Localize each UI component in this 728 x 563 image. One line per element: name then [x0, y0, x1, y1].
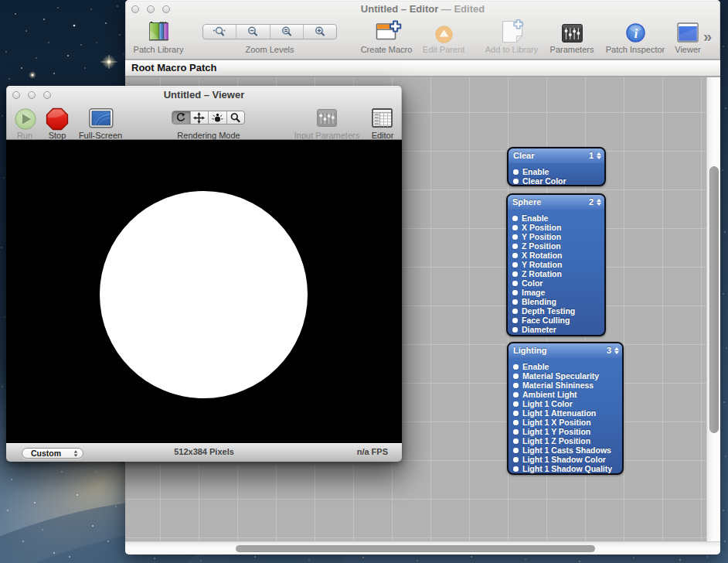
- svg-text:i: i: [634, 27, 638, 40]
